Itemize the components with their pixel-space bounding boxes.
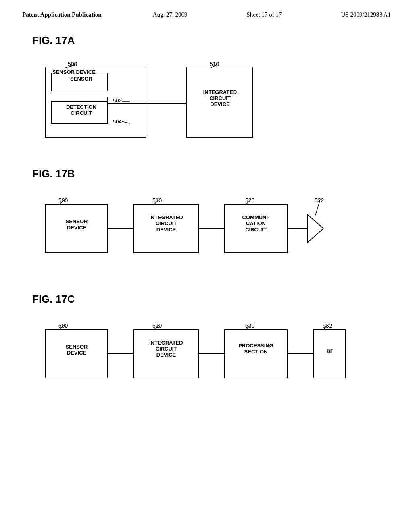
ref-502-17a: 502: [113, 98, 122, 104]
fig17c-label: FIG. 17C: [32, 293, 381, 305]
sensor-device-label-17c: SENSORDEVICE: [48, 344, 105, 356]
ref-532-17c: 532: [323, 322, 332, 329]
header-date: Aug. 27, 2009: [153, 11, 188, 18]
integrated-label-17b: INTEGRATEDCIRCUITDEVICE: [136, 214, 196, 233]
page-content: FIG. 17A SENSOR DEVICE SENSOR DETECTIO: [0, 18, 413, 434]
svg-rect-26: [313, 330, 346, 378]
fig17a-label: FIG. 17A: [32, 34, 381, 47]
figure-17a-section: FIG. 17A SENSOR DEVICE SENSOR DETECTIO: [32, 34, 381, 148]
processing-label-17c: PROCESSINGSECTION: [227, 343, 285, 355]
sensor-label: SENSOR: [54, 76, 108, 82]
integrated-label-17c: INTEGRATEDCIRCUITDEVICE: [136, 340, 196, 358]
ref-510-17c: 510: [152, 322, 162, 329]
figure-17c-section: FIG. 17C SENSORDEVICE INTEGRATEDCIRCUITD…: [32, 293, 381, 398]
integrated-label-17a: INTEGRATEDCIRCUITDEVICE: [189, 89, 251, 107]
svg-line-9: [122, 121, 130, 123]
publication-label: Patent Application Publication: [22, 11, 102, 18]
ref-522-17b: 522: [315, 197, 324, 204]
header-patent: US 2009/212983 A1: [341, 11, 391, 18]
page-header: Patent Application Publication Aug. 27, …: [0, 0, 413, 18]
figure-17b-section: FIG. 17B SENSORDEVICE INTE: [32, 168, 381, 273]
ref-504-17a: 504: [113, 118, 122, 125]
if-label-17c: I/F: [316, 348, 345, 354]
fig17c-diagram: SENSORDEVICE INTEGRATEDCIRCUITDEVICE PRO…: [32, 318, 381, 398]
detection-label: DETECTIONCIRCUIT: [54, 104, 108, 116]
ref-520-17b: 520: [245, 197, 254, 204]
svg-line-16: [307, 214, 323, 229]
ref-530-17c: 530: [245, 322, 254, 329]
ref-500-17c: 500: [58, 322, 68, 329]
fig17b-diagram: SENSORDEVICE INTEGRATEDCIRCUITDEVICE COM…: [32, 192, 381, 273]
sensor-device-label-17b: SENSORDEVICE: [48, 218, 105, 231]
ref-500-17a: 500: [68, 61, 77, 67]
ref-510-17b: 510: [152, 197, 162, 204]
ref-510-17a: 510: [210, 61, 219, 67]
ref-500-17b: 500: [58, 197, 68, 204]
header-sheet: Sheet 17 of 17: [247, 11, 282, 18]
fig17b-label: FIG. 17B: [32, 168, 381, 180]
sensor-device-label: SENSOR DEVICE: [52, 69, 96, 75]
communication-label-17b: COMMUNI-CATIONCIRCUIT: [227, 214, 285, 233]
svg-line-17: [307, 229, 323, 243]
fig17a-diagram: SENSOR DEVICE SENSOR DETECTIONCIRCUIT IN…: [32, 59, 381, 148]
